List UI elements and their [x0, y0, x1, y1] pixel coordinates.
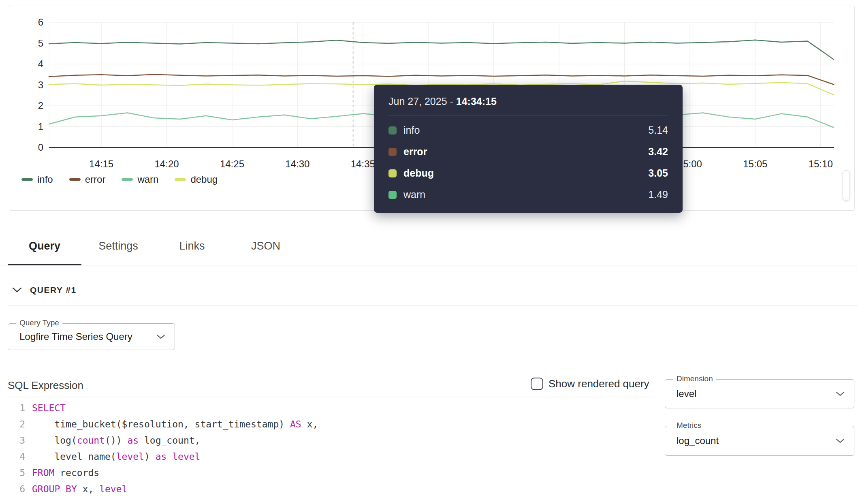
line-number: 4 [8, 448, 25, 465]
code-line[interactable]: 1SELECT [8, 400, 656, 416]
tooltip-row-warn: warn1.49 [374, 184, 683, 205]
legend-swatch [175, 178, 186, 181]
tab-settings[interactable]: Settings [81, 234, 155, 263]
tabs-bar: Query Settings Links JSON [8, 234, 303, 263]
legend-label: info [37, 174, 53, 185]
tooltip-rows: info5.14error3.42debug3.05warn1.49 [374, 115, 683, 205]
chevron-down-icon [835, 391, 845, 397]
active-tab-underline [8, 264, 81, 265]
y-tick-label: 6 [9, 16, 43, 28]
legend-swatch [21, 178, 33, 181]
tooltip-series-value: 3.05 [648, 167, 668, 179]
tabs-divider [0, 265, 858, 265]
x-tick-label: 14:25 [210, 158, 254, 170]
y-tick-label: 0 [9, 141, 43, 154]
tooltip-series-label: error [403, 146, 427, 158]
legend-item-debug[interactable]: debug [175, 174, 218, 185]
query-section-header[interactable]: QUERY #1 [12, 285, 77, 295]
x-tick-label: 14:30 [275, 158, 320, 170]
query-type-label: Query Type [16, 318, 62, 327]
code-text: level_name(level) as level [25, 448, 200, 465]
tooltip-series-value: 1.49 [648, 189, 668, 201]
y-tick-label: 4 [9, 58, 43, 70]
code-line[interactable]: 6GROUP BY x, level [8, 481, 656, 497]
legend-label: debug [190, 174, 218, 185]
query-type-select[interactable]: Query Type Logfire Time Series Query [8, 323, 175, 350]
metrics-value: log_count [665, 426, 854, 455]
y-tick-label: 3 [9, 79, 43, 91]
x-tick-label: 14:15 [79, 158, 124, 170]
code-text: SELECT [25, 400, 66, 416]
line-number: 6 [8, 481, 25, 497]
code-line[interactable]: 5FROM records [8, 465, 656, 481]
tooltip-date: Jun 27, 2025 - [388, 96, 456, 107]
tooltip-swatch [388, 126, 397, 135]
x-tick-label: 15:10 [798, 158, 843, 170]
y-tick-label: 1 [9, 121, 43, 133]
tooltip-series-value: 3.42 [648, 146, 668, 158]
tab-links[interactable]: Links [155, 234, 229, 263]
tooltip-row-error: error3.42 [374, 141, 683, 162]
x-tick-label: 14:20 [145, 158, 189, 170]
metrics-select[interactable]: Metrics log_count [665, 426, 854, 456]
legend-label: error [85, 174, 106, 185]
chevron-down-icon [156, 334, 166, 340]
show-rendered-checkbox[interactable] [531, 378, 543, 390]
line-number: 5 [8, 465, 25, 481]
dimension-value: level [665, 380, 854, 408]
code-line[interactable]: 4 level_name(level) as level [8, 448, 656, 465]
show-rendered-label: Show rendered query [549, 378, 649, 390]
tooltip-series-label: debug [403, 167, 434, 179]
chevron-down-icon [12, 287, 22, 293]
tooltip-time: 14:34:15 [456, 96, 497, 107]
code-text: log(count()) as log_count, [25, 432, 200, 448]
tooltip-swatch [388, 148, 397, 156]
chart-legend: infoerrorwarndebug [21, 174, 218, 185]
tooltip-row-info: info5.14 [374, 120, 683, 141]
scrollbar-thumb[interactable] [843, 170, 850, 201]
chart-panel: 6543210 14:1514:2014:2514:3014:3514:4014… [9, 6, 855, 211]
legend-item-info[interactable]: info [21, 174, 53, 185]
y-tick-label: 2 [9, 100, 43, 112]
tooltip-series-label: warn [403, 189, 425, 201]
query-type-value: Logfire Time Series Query [8, 324, 175, 350]
tooltip-swatch [388, 169, 397, 177]
dimension-select[interactable]: Dimension level [665, 379, 854, 408]
x-tick-label: 15:05 [733, 158, 777, 170]
code-text: time_bucket($resolution, start_timestamp… [25, 416, 318, 432]
metrics-label: Metrics [673, 421, 704, 430]
dimension-label: Dimension [673, 374, 716, 383]
line-number: 3 [8, 432, 25, 448]
tooltip-row-debug: debug3.05 [374, 162, 683, 184]
tooltip-series-label: info [403, 124, 420, 136]
show-rendered-query-toggle[interactable]: Show rendered query [531, 378, 649, 390]
code-text: FROM records [25, 465, 99, 481]
legend-label: warn [137, 174, 158, 185]
tab-json[interactable]: JSON [229, 234, 303, 263]
sql-expression-label: SQL Expression [8, 379, 83, 392]
legend-swatch [122, 178, 133, 181]
line-number: 2 [8, 416, 25, 432]
code-line[interactable]: 3 log(count()) as log_count, [8, 432, 656, 448]
legend-item-error[interactable]: error [69, 174, 106, 185]
tooltip-series-value: 5.14 [648, 124, 668, 136]
line-number: 1 [8, 400, 25, 416]
code-text: GROUP BY x, level [25, 481, 127, 497]
tab-query[interactable]: Query [8, 234, 81, 263]
y-tick-label: 5 [9, 37, 43, 49]
chart-tooltip: Jun 27, 2025 - 14:34:15 info5.14error3.4… [374, 85, 683, 213]
sql-editor[interactable]: 1SELECT 2 time_bucket($resolution, start… [8, 397, 656, 504]
tooltip-header: Jun 27, 2025 - 14:34:15 [388, 85, 668, 115]
tooltip-swatch [388, 191, 397, 199]
section-divider [8, 305, 858, 305]
code-line[interactable]: 2 time_bucket($resolution, start_timesta… [8, 416, 656, 432]
legend-item-warn[interactable]: warn [122, 174, 158, 185]
legend-swatch [69, 178, 81, 181]
query-section-title: QUERY #1 [30, 285, 77, 295]
chevron-down-icon [835, 438, 845, 444]
